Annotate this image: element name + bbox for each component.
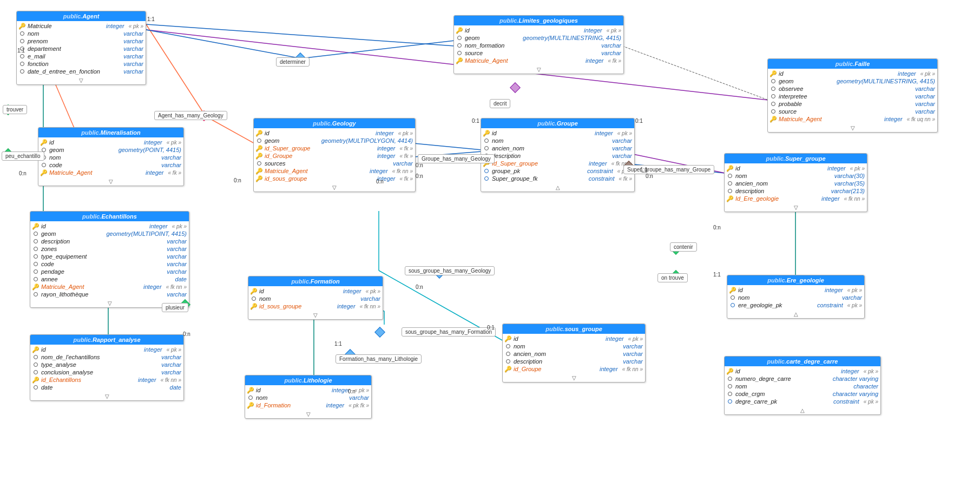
table-row: nom character xyxy=(725,383,880,390)
table-row: ancien_nom varchar xyxy=(481,144,634,152)
table-row: nom varchar xyxy=(38,154,183,161)
table-row: 🔑 Matricule_Agent integer « fk uq nn » xyxy=(768,115,937,123)
table-row: nom_formation varchar xyxy=(454,42,623,49)
mult-label: 0:n xyxy=(646,173,653,179)
table-row: 🔑 Matricule_Agent integer « fk » xyxy=(38,169,183,176)
key-icon: 🔑 xyxy=(256,130,262,136)
diamond-decrit xyxy=(510,82,521,93)
table-sous-groupe-body: 🔑 id integer « pk » nom varchar ancien_n… xyxy=(503,334,645,374)
table-carte-body: 🔑 id integer « pk » numero_degre_carre c… xyxy=(725,366,880,406)
circle-icon xyxy=(727,173,733,179)
table-row: description varchar xyxy=(30,238,189,245)
table-groupe: public.Groupe 🔑 id integer « pk » nom va… xyxy=(481,118,635,192)
table-row: pendage varchar xyxy=(30,268,189,275)
table-row: 🔑 id integer « pk » xyxy=(248,287,383,295)
table-row: geom geometry(MULTILINESTRING, 4415) xyxy=(454,34,623,42)
circle-icon xyxy=(19,38,25,44)
table-ere-geologie: public.Ere_geologie 🔑 id integer « pk » … xyxy=(727,275,865,319)
fk-icon: 🔑 xyxy=(256,168,262,174)
circle-icon xyxy=(729,294,736,301)
table-footer: △ xyxy=(725,406,880,414)
key-icon: 🔑 xyxy=(32,223,39,229)
table-row: groupe_pk constraint « pk » xyxy=(481,167,634,175)
fk-icon: 🔑 xyxy=(456,57,463,64)
key-icon: 🔑 xyxy=(19,23,25,29)
table-row: type_analyse varchar xyxy=(30,361,183,368)
table-row: e_mail varchar xyxy=(17,52,146,60)
key-icon: 🔑 xyxy=(32,346,39,353)
circle-icon xyxy=(483,137,490,144)
mult-label: 1:1 xyxy=(17,48,25,54)
circle-icon xyxy=(32,268,39,275)
circle-icon xyxy=(32,369,39,375)
svg-line-3 xyxy=(146,24,206,116)
circle-icon xyxy=(770,78,777,84)
table-row: 🔑 Matricule_Agent integer « fk nn » xyxy=(30,283,189,291)
table-row: nom varchar xyxy=(17,30,146,37)
circle-icon xyxy=(32,361,39,368)
table-row: code varchar xyxy=(38,161,183,169)
table-row: numero_degre_carre character varying xyxy=(725,375,880,383)
relation-agent-geology: Agent_has_many_Geology xyxy=(154,111,227,120)
table-carte-degre-carre: public.carte_degre_carre 🔑 id integer « … xyxy=(724,356,881,415)
mult-label: 0:n xyxy=(376,179,384,184)
table-row: 🔑 Id_Ere_geologie integer « fk nn » xyxy=(725,195,867,202)
table-row: 🔑 id integer « pk » xyxy=(254,129,415,137)
circle-icon xyxy=(19,30,25,37)
table-row: 🔑 id integer « pk » xyxy=(725,367,880,375)
table-limites-header: public.Limites_geologiques xyxy=(454,16,623,25)
circle-icon xyxy=(247,394,254,401)
key-fk-icon: 🔑 xyxy=(247,402,254,408)
circle-icon xyxy=(483,175,490,182)
fk-icon: 🔑 xyxy=(32,377,39,383)
table-row: 🔑 id integer « pk » xyxy=(768,70,937,77)
mult-label: 0:1 xyxy=(472,118,479,124)
svg-line-18 xyxy=(146,30,301,58)
table-rapport-analyse: public.Rapport_analyse 🔑 id integer « pk… xyxy=(30,334,184,401)
key-icon: 🔑 xyxy=(727,165,733,172)
circle-icon xyxy=(727,391,733,397)
table-footer: △ xyxy=(727,310,864,318)
table-limites-body: 🔑 id integer « pk » geom geometry(MULTIL… xyxy=(454,25,623,65)
table-groupe-header: public.Groupe xyxy=(481,118,634,128)
circle-icon xyxy=(727,180,733,187)
table-row: ere_geologie_pk constraint « pk » xyxy=(727,301,864,309)
table-limites-geologiques: public.Limites_geologiques 🔑 id integer … xyxy=(453,15,624,74)
circle-icon xyxy=(32,253,39,260)
key-icon: 🔑 xyxy=(505,335,511,342)
table-row: type_equipement varchar xyxy=(30,253,189,260)
relation-super-groupe-groupe: Super_groupe_has_many_Groupe xyxy=(623,165,714,174)
table-row: conclusion_analyse varchar xyxy=(30,368,183,376)
table-super-groupe-body: 🔑 id integer « pk » nom varchar(30) anci… xyxy=(725,163,867,203)
table-row: interpretee varchar xyxy=(768,93,937,100)
table-row: 🔑 id_sous_groupe integer « fk » xyxy=(254,175,415,182)
mult-label: 1:1 xyxy=(640,167,648,173)
mult-label: 0:1 xyxy=(487,325,495,331)
table-super-groupe-header: public.Super_groupe xyxy=(725,154,867,163)
table-echantillons-body: 🔑 id integer « pk » geom geometry(MULTIP… xyxy=(30,221,189,299)
circle-icon xyxy=(251,295,257,302)
circle-icon xyxy=(456,42,463,49)
circle-icon xyxy=(41,162,47,168)
table-row: nom varchar xyxy=(248,295,383,302)
circle-icon xyxy=(32,276,39,282)
table-row: 🔑 id integer « pk » xyxy=(30,222,189,230)
relation-groupe-geology: Groupe_has_many_Geology xyxy=(418,154,495,163)
mult-label: 1:1 xyxy=(147,16,155,22)
table-footer: ▽ xyxy=(254,183,415,192)
table-row: geom geometry(MULTIPOLYGON, 4414) xyxy=(254,137,415,144)
table-rapport-analyse-header: public.Rapport_analyse xyxy=(30,335,183,345)
table-row: code_crgm character varying xyxy=(725,390,880,398)
relation-on-trouve: on trouve xyxy=(657,273,688,282)
table-row: description varchar(213) xyxy=(725,187,867,195)
table-footer: ▽ xyxy=(38,177,183,186)
circle-icon xyxy=(483,168,490,174)
table-agent-body: 🔑 Matricule integer « pk » nom varchar p… xyxy=(17,21,146,76)
key-icon: 🔑 xyxy=(247,387,254,393)
table-row: 🔑 id integer « pk » xyxy=(725,164,867,172)
key-icon: 🔑 xyxy=(251,288,257,294)
relation-decrit: decrit xyxy=(490,99,510,108)
table-row: 🔑 id_Echantillons integer « fk nn » xyxy=(30,376,183,384)
table-mineralisation-header: public.Mineralisation xyxy=(38,128,183,137)
table-footer: ▽ xyxy=(768,124,937,132)
